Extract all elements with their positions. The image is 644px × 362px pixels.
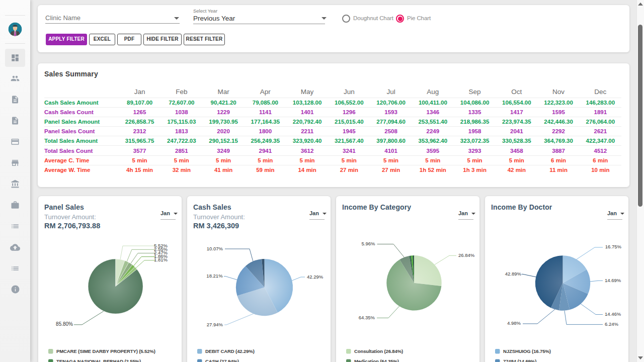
- svg-text:NJZSHUIOG (16.75%): NJZSHUIOG (16.75%): [503, 348, 551, 354]
- svg-text:Medication (64.35%): Medication (64.35%): [354, 358, 399, 362]
- svg-text:14.46%: 14.46%: [605, 311, 621, 317]
- svg-text:18.21%: 18.21%: [206, 273, 223, 279]
- svg-text:5.96%: 5.96%: [362, 241, 375, 246]
- svg-text:DEBIT CARD (42.29%): DEBIT CARD (42.29%): [205, 348, 255, 354]
- svg-text:85.80%: 85.80%: [56, 321, 73, 327]
- svg-text:27.94%: 27.94%: [207, 322, 223, 327]
- svg-text:42.89%: 42.89%: [505, 271, 522, 277]
- svg-text:42.29%: 42.29%: [307, 274, 324, 280]
- svg-text:TENAGA NASIONAL BERHAD (2.55%): TENAGA NASIONAL BERHAD (2.55%): [56, 358, 141, 362]
- svg-text:Consultation (26.84%): Consultation (26.84%): [354, 348, 403, 354]
- svg-text:64.35%: 64.35%: [359, 315, 375, 320]
- svg-text:10.07%: 10.07%: [207, 246, 223, 251]
- svg-text:PMCARE (SIME DARBY PROPERTY) (: PMCARE (SIME DARBY PROPERTY) (5.52%): [56, 348, 155, 354]
- svg-text:4.98%: 4.98%: [507, 320, 521, 326]
- svg-text:26.84%: 26.84%: [458, 252, 475, 258]
- svg-text:16.75%: 16.75%: [605, 244, 622, 249]
- svg-text:6.24%: 6.24%: [605, 321, 618, 327]
- svg-text:77484 (14.69%): 77484 (14.69%): [503, 358, 536, 362]
- svg-text:14.69%: 14.69%: [605, 278, 621, 283]
- svg-text:1.81%: 1.81%: [154, 257, 168, 262]
- svg-text:CASH (27.94%): CASH (27.94%): [205, 358, 239, 362]
